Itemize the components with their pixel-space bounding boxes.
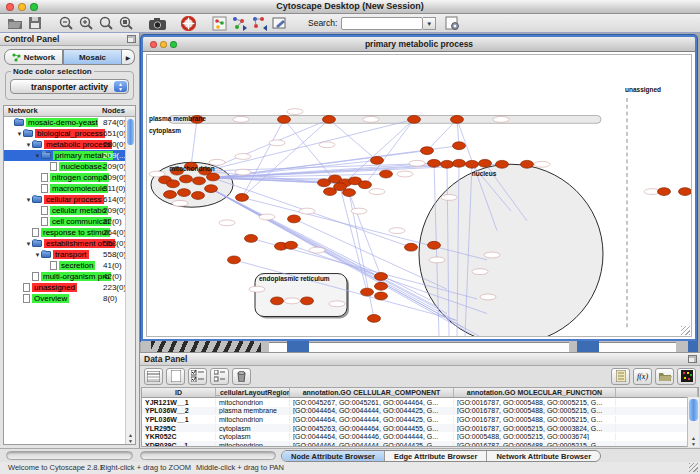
table-cell[interactable]: [GO:0044464, GO:0044446, GO:0044444, G..… [290,433,454,440]
table-cell[interactable]: YLR295C [142,425,216,432]
matrix-view-icon[interactable] [677,368,696,385]
node-label-oval[interactable] [493,116,509,122]
tree-item-transport[interactable]: ▼transport558(0) [4,249,125,260]
column-header-c-reg[interactable]: _cellularLayoutRegion [216,388,290,397]
graph-node[interactable] [288,215,301,223]
import-network-icon[interactable] [229,15,249,32]
table-cell[interactable]: [GO:0016787, GO:0005488, GO:0005215, G..… [454,407,616,414]
snapshot-icon[interactable] [147,15,167,32]
column-header-c-cc[interactable]: annotation.GO CELLULAR_COMPONENT [290,388,454,397]
network-view-window[interactable]: primary metabolic process plasma membran… [141,35,697,341]
node-label-oval[interactable] [389,228,405,234]
tree-item-mosaic-demo-yeast[interactable]: mosaic-demo-yeast874(0) [4,117,125,128]
node-label-oval[interactable] [299,208,315,214]
network-window-titlebar[interactable]: primary metabolic process [143,37,695,52]
graph-node[interactable] [421,147,434,155]
graph-node[interactable] [285,241,298,249]
close-view-button[interactable] [150,41,157,48]
tree-scroll-arrows[interactable]: ▲▼ [126,432,135,444]
search-dropdown-arrow-icon[interactable]: ▼ [423,17,436,30]
graph-node[interactable] [192,192,205,200]
nucleus-region[interactable] [419,164,603,336]
tree-item-macromolecule[interactable]: macromolecule311(0) [4,183,125,194]
annotation-icon[interactable] [269,15,289,32]
graph-node[interactable] [521,160,534,168]
tree-item-secretion[interactable]: secretion41(0) [4,260,125,271]
graph-node[interactable] [193,177,206,185]
table-cell[interactable]: [GO:0016787, GO:0005215, GO:0003824, G..… [454,425,616,432]
table-cell[interactable]: [GO:0016787, GO:0005488, GO:0005215, G..… [454,416,616,423]
table-cell[interactable]: cytoplasm [216,433,290,440]
zoom-view-button[interactable] [170,41,177,48]
node-label-oval[interactable] [534,161,550,167]
graph-node[interactable] [207,173,220,181]
table-cell[interactable]: [GO:0005488, GO:0005215, GO:0003674] [454,433,616,440]
table-cell[interactable]: [GO:0044464, GO:0044444, GO:0044425, G..… [290,442,454,447]
graph-node[interactable] [428,159,441,167]
minimize-view-button[interactable] [160,41,167,48]
search-options-icon[interactable] [442,15,462,32]
node-label-oval[interactable] [351,208,367,214]
tree-item-cellular-process[interactable]: ▼cellular process614(0) [4,194,125,205]
column-header-c-mf[interactable]: annotation.GO MOLECULAR_FUNCTION [454,388,616,397]
network-canvas[interactable]: plasma membranecytoplasmmitochondrionnuc… [146,54,692,337]
tree-item-cellular-metabo[interactable]: cellular metabo209(0) [4,205,125,216]
table-cell[interactable]: plasma membrane [216,407,290,414]
graph-node[interactable] [180,175,193,183]
tree-col-nodes[interactable]: Nodes [102,106,125,116]
node-label-oval[interactable] [249,286,265,292]
tree-item-biological-process[interactable]: ▼biological_process651(0) [4,128,125,139]
close-window-button[interactable] [6,3,14,11]
tree-col-network[interactable]: Network [4,106,102,116]
table-cell[interactable]: [GO:0044464, GO:0044444, GO:0044425, G..… [290,416,454,423]
table-cell[interactable]: [GO:0016787, GO:0005488, GO:0005215, G..… [454,442,616,447]
graph-node[interactable] [228,256,241,264]
graph-node[interactable] [375,282,388,290]
table-row[interactable]: YDR039C__1mitochondrion[GO:0044464, GO:0… [142,441,698,447]
save-icon[interactable] [25,15,45,32]
node-label-oval[interactable] [319,142,335,148]
graph-edge[interactable] [329,119,377,160]
node-label-oval[interactable] [172,200,188,206]
tab-network[interactable]: Network [4,49,63,65]
table-cell[interactable]: YKR052C [142,433,216,440]
zoom-out-icon[interactable] [56,15,76,32]
table-cell[interactable]: [GO:0045267, GO:0045261, GO:0044464, G..… [290,399,454,406]
graph-node[interactable] [245,235,258,243]
window-resize-grip[interactable] [689,463,698,472]
graph-node[interactable] [428,241,441,249]
tab-edge-attribute-browser[interactable]: Edge Attribute Browser [385,451,487,461]
graph-node[interactable] [278,115,291,123]
node-label-oval[interactable] [309,247,325,253]
table-row[interactable]: YPL036W__2plasma membrane[GO:0044464, GO… [142,407,698,416]
function-builder-icon[interactable]: f(x) [633,368,652,385]
zoom-fit-icon[interactable] [96,15,116,32]
tab-network-attribute-browser[interactable]: Network Attribute Browser [487,451,600,461]
column-header-c-id[interactable]: ID [142,388,216,397]
tree-expand-arrow-icon[interactable]: ▼ [34,252,41,258]
graph-node[interactable] [375,273,388,281]
graph-node[interactable] [164,191,177,199]
graph-node[interactable] [178,189,191,197]
table-cell[interactable]: YPL036W__2 [142,407,216,414]
tree-item-nucleobase-[interactable]: nucleobase-209(0) [4,161,125,172]
graph-node[interactable] [408,115,421,123]
table-scroll-arrows[interactable]: ▲▼ [688,435,699,447]
table-cell[interactable]: [GO:0044464, GO:0044444, GO:0044425, G..… [290,407,454,414]
table-scrollbar-thumb[interactable] [689,399,698,421]
unselect-attributes-icon[interactable] [210,368,229,385]
graph-node[interactable] [323,115,336,123]
graph-node[interactable] [359,181,372,189]
tree-item-metabolic-process[interactable]: ▼metabolic process280(0) [4,139,125,150]
node-label-oval[interactable] [219,220,235,226]
help-icon[interactable] [178,15,198,32]
table-cell[interactable]: cytoplasm [216,425,290,432]
tree-scrollbar-thumb[interactable] [127,119,134,145]
tree-item-unassigned[interactable]: unassigned223(0) [4,282,125,293]
tree-item-primary-metabo[interactable]: ▼primary metabo209(... [4,150,125,161]
tree-expand-arrow-icon[interactable]: ▼ [25,197,32,203]
graph-node[interactable] [371,156,384,164]
float-panel-icon[interactable] [127,35,136,43]
graph-node[interactable] [496,160,509,168]
zoom-selected-icon[interactable] [116,15,136,32]
